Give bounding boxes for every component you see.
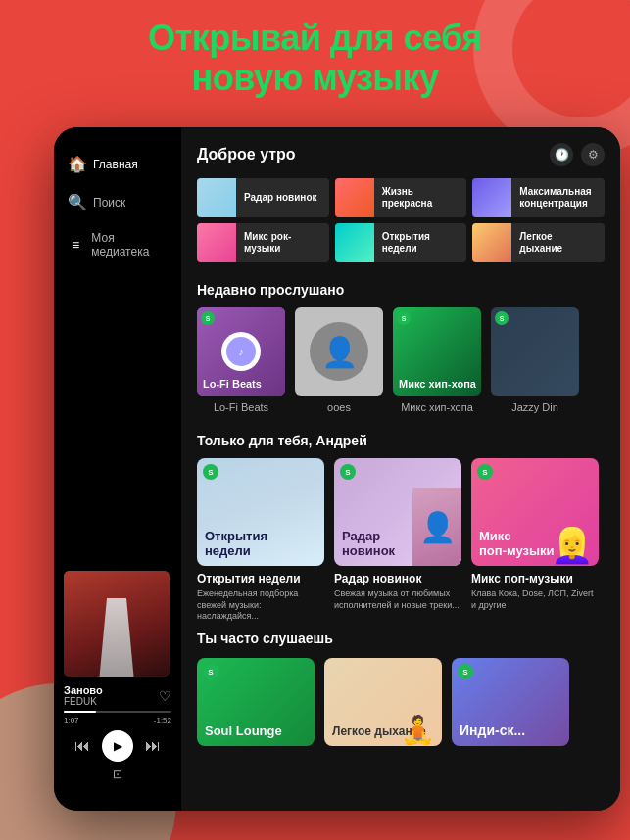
header-title: Открывай для себя новую музыку bbox=[0, 18, 630, 99]
quick-pick-img-easy bbox=[472, 223, 511, 262]
sidebar-item-search[interactable]: 🔍 Поиск bbox=[54, 185, 181, 219]
often-title: Ты часто слушаешь bbox=[197, 630, 605, 646]
soul-lounge-label: Soul Lounge bbox=[205, 724, 282, 738]
player-info: Заново FEDUK ♡ bbox=[64, 684, 171, 707]
quick-pick-label-radar: Радар новинок bbox=[236, 192, 325, 204]
recently-img-hiphop: S Микс хип-хопа bbox=[393, 307, 481, 396]
device-frame: 🏠 Главная 🔍 Поиск ≡ Моя медиатека Зано bbox=[54, 127, 620, 811]
sidebar-label-library: Моя медиатека bbox=[91, 231, 168, 258]
sidebar-label-search: Поиск bbox=[93, 196, 125, 210]
sidebar-nav: 🏠 Главная 🔍 Поиск ≡ Моя медиатека bbox=[54, 147, 181, 266]
for-you-card-discoveries[interactable]: S Открытиянедели Открытия недели Еженеде… bbox=[197, 458, 324, 623]
recently-item-lofi[interactable]: ♪ S Lo-Fi Beats Lo-Fi Beats bbox=[197, 307, 285, 413]
recently-label-jazzy: Jazzy Din bbox=[491, 401, 579, 413]
settings-icon[interactable]: ⚙ bbox=[581, 143, 605, 166]
greeting-header: Доброе утро 🕐 ⚙ bbox=[197, 143, 605, 166]
player-artist: FEDUK bbox=[64, 696, 103, 707]
recently-item-hiphop[interactable]: S Микс хип-хопа Микс хип-хопа bbox=[393, 307, 481, 413]
progress-fill bbox=[64, 711, 96, 713]
header-section: Открывай для себя новую музыку bbox=[0, 18, 630, 99]
progress-times: 1:07 -1:52 bbox=[64, 716, 171, 724]
player-album-art bbox=[64, 571, 170, 677]
favorite-icon[interactable]: ♡ bbox=[159, 688, 171, 704]
sidebar: 🏠 Главная 🔍 Поиск ≡ Моя медиатека Зано bbox=[54, 127, 181, 811]
often-card-indie[interactable]: S Инди-ск... bbox=[452, 658, 569, 752]
recently-img-ooes: 👤 bbox=[295, 307, 383, 396]
player-controls: ⏮ ▶ ⏭ bbox=[64, 730, 171, 762]
quick-pick-label-max: Максимальная концентрация bbox=[511, 186, 605, 210]
for-you-cards: S Открытиянедели Открытия недели Еженеде… bbox=[197, 458, 605, 623]
quick-pick-img-radar bbox=[197, 178, 236, 217]
quick-pick-label-life: Жизнь прекрасна bbox=[374, 186, 467, 210]
sidebar-label-home: Главная bbox=[93, 158, 138, 171]
skip-forward-button[interactable]: ⏭ bbox=[145, 737, 161, 755]
search-icon: 🔍 bbox=[68, 193, 85, 211]
often-img-light: Легкое дыхание 🧘 bbox=[324, 658, 442, 746]
recently-label-ooes: ooes bbox=[295, 401, 383, 413]
for-you-title: Только для тебя, Андрей bbox=[197, 433, 605, 448]
time-current: 1:07 bbox=[64, 716, 79, 724]
for-you-title-pop: Микс поп-музыки bbox=[471, 572, 599, 585]
quick-pick-easy[interactable]: Легкое дыхание bbox=[472, 223, 605, 262]
for-you-img-radar: S Радарновинок 👤 bbox=[334, 458, 461, 566]
recently-title: Недавно прослушано bbox=[197, 282, 605, 298]
often-card-light[interactable]: Легкое дыхание 🧘 bbox=[324, 658, 442, 752]
quick-pick-life[interactable]: Жизнь прекрасна bbox=[335, 178, 467, 217]
for-you-desc-radar: Свежая музыка от любимых исполнителей и … bbox=[334, 588, 461, 611]
player-figure bbox=[92, 598, 141, 677]
time-total: -1:52 bbox=[154, 716, 171, 724]
history-icon[interactable]: 🕐 bbox=[550, 143, 573, 166]
quick-pick-img-open bbox=[335, 223, 374, 262]
for-you-desc-disc: Еженедельная подборка свежей музыки: нас… bbox=[197, 588, 324, 623]
quick-pick-rock[interactable]: Микс рок-музыки bbox=[197, 223, 329, 262]
player-progress: 1:07 -1:52 bbox=[64, 711, 171, 724]
quick-pick-img-rock bbox=[197, 223, 236, 262]
player-extra: ⊡ bbox=[64, 768, 171, 781]
main-content: Доброе утро 🕐 ⚙ Радар новинок Жизнь прек… bbox=[181, 127, 620, 811]
quick-pick-img-max bbox=[472, 178, 511, 217]
quick-pick-open[interactable]: Открытия недели bbox=[335, 223, 467, 262]
for-you-img-pop: S Микспоп-музыки 👱‍♀️ bbox=[471, 458, 599, 566]
quick-picks-grid: Радар новинок Жизнь прекрасна Максимальн… bbox=[197, 178, 605, 262]
recently-played-list: ♪ S Lo-Fi Beats Lo-Fi Beats 👤 ooes bbox=[197, 307, 605, 413]
header-icons: 🕐 ⚙ bbox=[550, 143, 605, 166]
often-cards: S Soul Lounge Легкое дыхание 🧘 S bbox=[197, 658, 605, 752]
player-song-title: Заново bbox=[64, 684, 103, 696]
recently-item-ooes[interactable]: 👤 ooes bbox=[295, 307, 383, 413]
for-you-img-discoveries: S Открытиянедели bbox=[197, 458, 324, 566]
skip-back-button[interactable]: ⏮ bbox=[74, 737, 90, 755]
sidebar-item-home[interactable]: 🏠 Главная bbox=[54, 147, 181, 181]
player: Заново FEDUK ♡ 1:07 -1:52 ⏮ ▶ ⏭ bbox=[54, 561, 181, 791]
home-icon: 🏠 bbox=[68, 155, 85, 173]
often-img-soul: S Soul Lounge bbox=[197, 658, 315, 746]
progress-bar[interactable] bbox=[64, 711, 171, 713]
recently-label-hiphop: Микс хип-хопа bbox=[393, 401, 481, 413]
quick-pick-max[interactable]: Максимальная концентрация bbox=[472, 178, 605, 217]
quick-pick-label-open: Открытия недели bbox=[374, 231, 467, 255]
often-img-indie: S Инди-ск... bbox=[452, 658, 569, 746]
indie-label: Инди-ск... bbox=[460, 723, 525, 738]
for-you-title-radar: Радар новинок bbox=[334, 572, 461, 585]
recently-item-jazzy[interactable]: S Jazzy Din bbox=[491, 307, 579, 413]
for-you-title-disc: Открытия недели bbox=[197, 572, 324, 585]
recently-label-lofi: Lo-Fi Beats bbox=[197, 401, 285, 413]
sidebar-item-library[interactable]: ≡ Моя медиатека bbox=[54, 223, 181, 266]
quick-pick-img-life bbox=[335, 178, 374, 217]
quick-pick-label-easy: Легкое дыхание bbox=[511, 231, 605, 255]
greeting-title: Доброе утро bbox=[197, 146, 296, 163]
recently-img-lofi: ♪ S Lo-Fi Beats bbox=[197, 307, 285, 396]
recently-img-jazzy: S bbox=[491, 307, 579, 396]
library-icon: ≡ bbox=[68, 237, 83, 253]
devices-icon[interactable]: ⊡ bbox=[113, 768, 122, 781]
for-you-card-pop[interactable]: S Микспоп-музыки 👱‍♀️ Микс поп-музыки Кл… bbox=[471, 458, 599, 623]
quick-pick-label-rock: Микс рок-музыки bbox=[236, 231, 329, 255]
often-card-soul[interactable]: S Soul Lounge bbox=[197, 658, 315, 752]
for-you-desc-pop: Клава Кока, Dose, ЛСП, Zivert и другие bbox=[471, 588, 599, 611]
play-button[interactable]: ▶ bbox=[102, 730, 133, 762]
quick-pick-radar[interactable]: Радар новинок bbox=[197, 178, 329, 217]
for-you-card-radar[interactable]: S Радарновинок 👤 Радар новинок Свежая му… bbox=[334, 458, 461, 623]
